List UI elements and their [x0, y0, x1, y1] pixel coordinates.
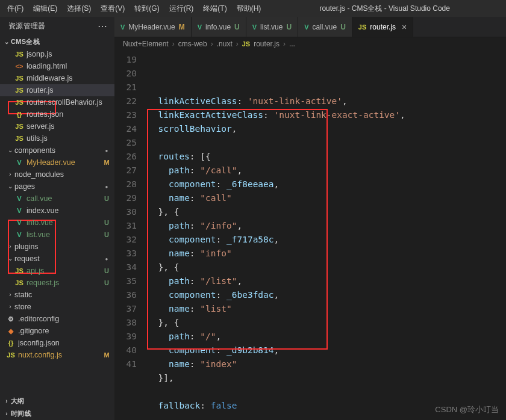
tree-item-label: static — [14, 289, 111, 301]
vue-icon: V — [14, 156, 24, 168]
chevron-right-icon: › — [172, 40, 175, 48]
editor-tabs: VMyHeader.vueMVinfo.vueUVlist.vueUVcall.… — [114, 17, 506, 37]
chevron-right-icon: › — [283, 40, 286, 48]
tree-row[interactable]: {}jsconfig.json — [0, 337, 114, 349]
explorer-more-icon[interactable]: ⋯ — [98, 20, 108, 32]
tree-row[interactable]: <>loading.html — [0, 60, 114, 72]
tree-item-label: middleware.js — [27, 72, 111, 84]
breadcrumb[interactable]: Nuxt+Element›cms-web›.nuxt›JSrouter.js›.… — [114, 37, 506, 51]
tree-row[interactable]: JSrouter.scrollBehavior.js — [0, 96, 114, 108]
js-icon: JS — [358, 23, 366, 31]
breadcrumb-part[interactable]: cms-web — [178, 40, 207, 48]
menu-run[interactable]: 运行(R) — [164, 4, 199, 14]
tree-item-label: api.js — [27, 265, 102, 277]
tree-row[interactable]: Vcall.vueU — [0, 193, 114, 205]
tree-row[interactable]: ⌄request — [0, 253, 114, 265]
timeline-label: 时间线 — [11, 409, 31, 418]
code-line: }], — [148, 371, 506, 385]
tree-row[interactable]: {}routes.json — [0, 108, 114, 120]
js-icon: JS — [242, 40, 250, 48]
breadcrumb-part[interactable]: .nuxt — [217, 40, 233, 48]
tree-row[interactable]: ›node_modules — [0, 168, 114, 181]
tree-row[interactable]: Vindex.vue — [0, 205, 114, 217]
js-icon: JS — [14, 48, 24, 60]
html-icon: <> — [14, 60, 24, 72]
explorer-title: 资源管理器 — [8, 21, 46, 31]
outline-section[interactable]: › 大纲 — [0, 395, 114, 407]
chevron-icon: › — [6, 301, 14, 313]
tree-row[interactable]: ◆.gitignore — [0, 325, 114, 337]
tree-row[interactable]: JSmiddleware.js — [0, 72, 114, 84]
git-status-badge: M — [102, 349, 111, 361]
chevron-icon: ⌄ — [6, 181, 14, 193]
project-header[interactable]: ⌄ CMS全栈 — [0, 36, 114, 48]
git-status-badge: U — [340, 23, 346, 31]
tree-row[interactable]: ›store — [0, 301, 114, 313]
tree-item-label: request — [14, 253, 102, 265]
editor-tab[interactable]: VMyHeader.vueM — [114, 17, 192, 37]
breadcrumb-part[interactable]: Nuxt+Element — [123, 40, 169, 48]
close-icon[interactable]: × — [402, 22, 407, 32]
js-icon: JS — [14, 84, 24, 96]
json-icon: {} — [14, 108, 24, 120]
menu-edit[interactable]: 编辑(E) — [28, 4, 62, 14]
chevron-icon: › — [6, 241, 14, 253]
breadcrumb-tail[interactable]: ... — [289, 40, 295, 48]
tree-row[interactable]: JSutils.js — [0, 132, 114, 144]
breadcrumb-file[interactable]: router.js — [254, 40, 280, 48]
menu-select[interactable]: 选择(S) — [62, 4, 96, 14]
tab-label: list.vue — [260, 23, 283, 31]
editor-tab[interactable]: Vinfo.vueU — [192, 17, 246, 37]
menu-view[interactable]: 查看(V) — [96, 4, 130, 14]
tree-item-label: jsonp.js — [27, 48, 111, 60]
tree-item-label: jsconfig.json — [18, 337, 111, 349]
chevron-right-icon: › — [2, 410, 11, 417]
tree-row[interactable]: JSnuxt.config.jsM — [0, 349, 114, 361]
tree-row[interactable]: ⌄components — [0, 144, 114, 156]
code-line: path: "/list", — [148, 274, 506, 288]
tree-row[interactable]: VMyHeader.vueM — [0, 156, 114, 168]
chevron-right-icon: › — [236, 40, 239, 48]
chevron-right-icon: › — [2, 398, 11, 404]
tree-row[interactable]: ⚙.editorconfig — [0, 313, 114, 325]
tree-row[interactable]: JSrouter.js — [0, 84, 114, 96]
editor-tab[interactable]: Vcall.vueU — [298, 17, 352, 37]
tree-row[interactable]: ⌄pages — [0, 181, 114, 193]
tree-row[interactable]: JSjsonp.js — [0, 48, 114, 60]
code-line: }, { — [148, 316, 506, 330]
editor-tab[interactable]: Vlist.vueU — [246, 17, 298, 37]
tree-row[interactable]: JSserver.js — [0, 120, 114, 132]
tree-item-label: info.vue — [27, 217, 102, 229]
code-line — [148, 385, 506, 399]
tree-item-label: router.js — [27, 84, 111, 96]
code-line: routes: [{ — [148, 150, 506, 164]
git-status-badge: U — [102, 265, 111, 277]
editor-area: VMyHeader.vueMVinfo.vueUVlist.vueUVcall.… — [114, 17, 506, 420]
code-line: linkExactActiveClass: 'nuxt-link-exact-a… — [148, 108, 506, 122]
tree-row[interactable]: ›static — [0, 289, 114, 301]
tree-row[interactable]: JSapi.jsU — [0, 265, 114, 277]
code-line: component: _d9b2b814, — [148, 344, 506, 357]
menu-help[interactable]: 帮助(H) — [232, 4, 266, 14]
menu-terminal[interactable]: 终端(T) — [198, 4, 231, 14]
code-line — [148, 136, 506, 150]
git-status-badge: U — [102, 217, 111, 229]
chevron-icon: ⌄ — [6, 253, 14, 265]
editor-tab[interactable]: JSrouter.js× — [352, 17, 413, 37]
code-line: name: "info" — [148, 247, 506, 261]
timeline-section[interactable]: › 时间线 — [0, 407, 114, 420]
js-icon: JS — [14, 120, 24, 132]
code-line: path: "/call", — [148, 164, 506, 178]
tree-row[interactable]: Vinfo.vueU — [0, 217, 114, 229]
code-line: }, { — [148, 205, 506, 219]
vue-icon: V — [120, 23, 125, 31]
code-editor[interactable]: linkActiveClass: 'nuxt-link-active', lin… — [148, 51, 506, 420]
tree-row[interactable]: ›plugins — [0, 241, 114, 253]
tree-row[interactable]: JSrequest.jsU — [0, 277, 114, 289]
menu-file[interactable]: 件(F) — [2, 4, 28, 14]
git-status-badge — [102, 144, 111, 157]
menu-goto[interactable]: 转到(G) — [130, 4, 164, 14]
tree-item-label: index.vue — [27, 205, 111, 217]
tab-label: MyHeader.vue — [128, 23, 175, 31]
tree-row[interactable]: Vlist.vueU — [0, 229, 114, 241]
